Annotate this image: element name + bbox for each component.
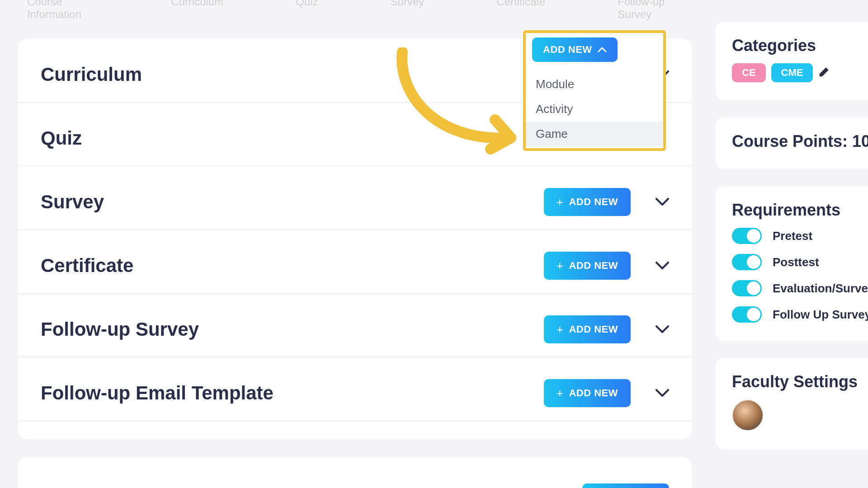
add-new-dropdown: ADD NEW Module Activity Game (523, 30, 666, 151)
section-title-certificate: Certificate (41, 255, 133, 277)
chevron-up-icon (598, 47, 607, 52)
faculty-settings-card: Faculty Settings (716, 358, 868, 449)
add-new-button-open[interactable]: ADD NEW (532, 38, 618, 62)
section-followup-survey: Follow-up Survey + ADD NEW (18, 294, 692, 357)
tabs-row: Course Information Curriculum Quiz Surve… (18, 0, 692, 21)
course-points-card: Course Points: 10 (716, 117, 868, 169)
requirements-card: Requirements Pretest Posttest Evaluation… (716, 186, 868, 341)
tab-survey[interactable]: Survey (391, 0, 425, 21)
toggle-pretest[interactable] (732, 228, 762, 244)
avatar[interactable] (732, 399, 764, 431)
plus-icon: + (557, 387, 564, 399)
categories-title: Categories (732, 36, 868, 55)
tab-course-info[interactable]: Course Information (27, 0, 99, 21)
section-followup-email: Follow-up Email Template + ADD NEW (18, 357, 692, 421)
plus-icon: + (557, 260, 564, 272)
toggle-evaluation[interactable] (732, 280, 762, 296)
course-points-title: Course Points: 10 (732, 132, 868, 151)
tab-followup[interactable]: Follow-up Survey (618, 0, 683, 21)
section-survey: Survey + ADD NEW (18, 166, 692, 230)
requirements-title: Requirements (732, 201, 868, 220)
req-label-evaluation: Evaluation/Survey (773, 282, 868, 296)
add-new-button-survey[interactable]: + ADD NEW (544, 188, 631, 216)
toggle-follow-up[interactable] (732, 306, 762, 323)
toggle-posttest[interactable] (732, 254, 762, 270)
tab-quiz[interactable]: Quiz (296, 0, 318, 21)
add-new-button-followup-survey[interactable]: + ADD NEW (544, 315, 631, 343)
badge-cme[interactable]: CME (771, 63, 813, 82)
chevron-down-icon[interactable] (656, 198, 669, 206)
section-certificate: Certificate + ADD NEW (18, 230, 692, 294)
badge-ce[interactable]: CE (732, 63, 766, 82)
dropdown-item-activity[interactable]: Activity (526, 97, 663, 122)
section-title-survey: Survey (41, 191, 104, 213)
add-new-button-followup-email[interactable]: + ADD NEW (544, 379, 631, 407)
plus-icon: + (557, 324, 564, 335)
dropdown-item-module[interactable]: Module (526, 72, 663, 97)
plus-icon: + (557, 196, 564, 208)
add-new-label: ADD NEW (569, 196, 618, 208)
tab-certificate[interactable]: Certificate (496, 0, 545, 21)
chevron-down-icon[interactable] (656, 325, 669, 333)
add-new-button-certificate[interactable]: + ADD NEW (544, 252, 631, 280)
chevron-down-icon[interactable] (656, 262, 669, 270)
course-files-card: Course Files + UPLOAD (18, 457, 692, 488)
section-title-followup-email: Follow-up Email Template (41, 382, 274, 404)
chevron-down-icon[interactable] (656, 389, 669, 397)
faculty-settings-title: Faculty Settings (732, 372, 868, 391)
req-label-posttest: Posttest (773, 255, 819, 269)
add-new-label: ADD NEW (569, 387, 618, 399)
add-new-label: ADD NEW (543, 44, 592, 56)
dropdown-item-game[interactable]: Game (526, 122, 663, 146)
upload-button[interactable]: + UPLOAD (582, 483, 669, 488)
categories-card: Categories CE CME (716, 22, 868, 100)
req-label-follow-up: Follow Up Survey (773, 308, 868, 322)
edit-icon[interactable] (818, 66, 830, 80)
section-title-curriculum: Curriculum (41, 64, 142, 85)
tab-curriculum[interactable]: Curriculum (171, 0, 223, 21)
add-new-label: ADD NEW (569, 260, 618, 272)
section-title-quiz: Quiz (41, 127, 82, 149)
section-title-followup-survey: Follow-up Survey (41, 319, 199, 340)
add-new-label: ADD NEW (569, 324, 618, 335)
req-label-pretest: Pretest (773, 229, 812, 243)
